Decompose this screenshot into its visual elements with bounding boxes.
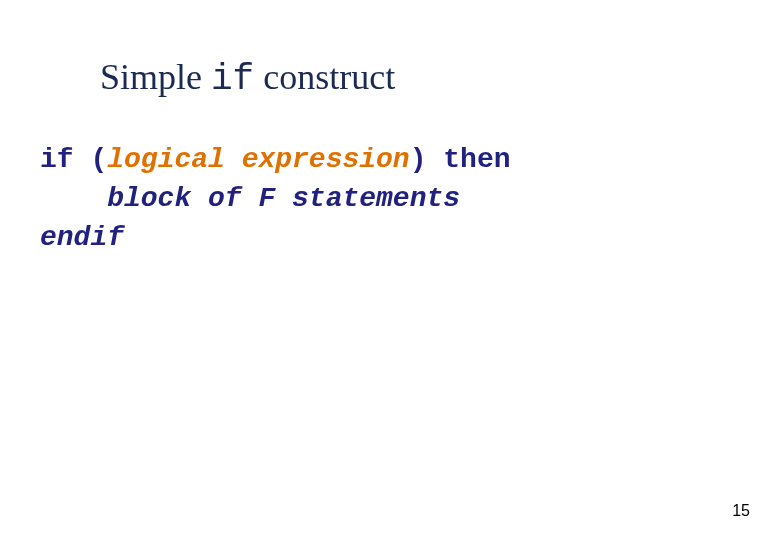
code-block: if (logical expression) then block of F … xyxy=(40,140,740,258)
keyword-endif: endif xyxy=(40,222,124,253)
slide: Simple if construct if (logical expressi… xyxy=(0,0,780,540)
block-statements: block of F statements xyxy=(107,183,460,214)
code-line-3: endif xyxy=(40,218,740,257)
logical-expression: logical expression xyxy=(107,144,409,175)
title-pre: Simple xyxy=(100,57,211,97)
keyword-if-open: if ( xyxy=(40,144,107,175)
code-line-1: if (logical expression) then xyxy=(40,140,740,179)
page-number: 15 xyxy=(732,502,750,520)
keyword-then: ) then xyxy=(410,144,511,175)
title-post: construct xyxy=(254,57,395,97)
title-mono: if xyxy=(211,59,254,100)
code-line-2: block of F statements xyxy=(40,179,740,218)
slide-title: Simple if construct xyxy=(100,56,740,100)
